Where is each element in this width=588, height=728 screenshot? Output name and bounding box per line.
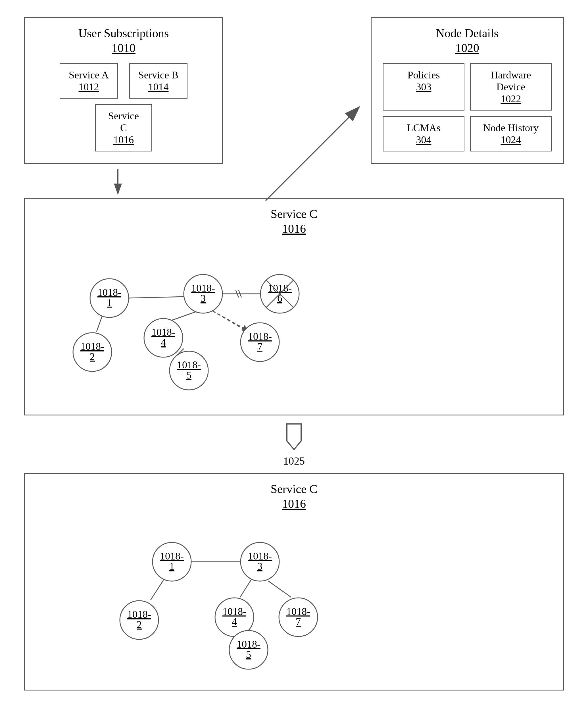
lcmas-title: LCMAs [390, 122, 457, 134]
user-subscriptions-title: User Subscriptions [36, 26, 211, 40]
svg-text:1: 1 [169, 561, 174, 572]
svg-text:1018-: 1018- [268, 283, 292, 294]
middle-graph-svg: 1018- 1 1018- 2 1018- 3 1018- 4 [52, 241, 536, 400]
lcmas-id: 304 [390, 134, 457, 146]
svg-text:1018-: 1018- [223, 606, 246, 617]
service-a-id: 1012 [69, 81, 109, 93]
svg-line-41 [150, 580, 163, 600]
bottom-graph-svg: 1018- 1 1018- 2 1018- 3 1018- 4 1018- 5 [95, 516, 493, 675]
user-subscriptions-box: User Subscriptions 1010 Service A 1012 S… [24, 17, 223, 164]
service-c-top-title: Service C [104, 110, 143, 134]
svg-text:1018-: 1018- [237, 639, 260, 650]
svg-text:3: 3 [201, 293, 206, 304]
bottom-graph-title: Service C [36, 482, 552, 496]
svg-line-12 [212, 311, 250, 332]
svg-text:2: 2 [90, 351, 95, 362]
service-c-top-box: Service C 1016 [95, 104, 152, 151]
top-to-middle-arrow [24, 169, 564, 195]
svg-text:1018-: 1018- [160, 550, 184, 562]
svg-text:1018-: 1018- [191, 283, 215, 294]
top-section: User Subscriptions 1010 Service A 1012 S… [24, 17, 564, 164]
svg-text:1018-: 1018- [98, 287, 121, 298]
svg-text:1018-: 1018- [286, 606, 310, 617]
bottom-graph-section: Service C 1016 1018- 1 [24, 473, 564, 690]
svg-text:7: 7 [257, 341, 262, 352]
svg-line-4 [172, 312, 196, 320]
svg-text:4: 4 [232, 616, 237, 627]
policies-id: 303 [390, 81, 457, 93]
svg-text:1018-: 1018- [127, 609, 151, 620]
history-box: Node History 1024 [470, 116, 552, 151]
services-row: Service A 1012 Service B 1014 [36, 63, 211, 99]
history-title: Node History [478, 122, 544, 134]
hardware-id: 1022 [478, 93, 544, 105]
svg-text:1018-: 1018- [248, 331, 272, 342]
svg-text:5: 5 [186, 369, 191, 381]
node-details-box: Node Details 1020 Policies 303 Hardware … [371, 17, 564, 164]
svg-text:1018-: 1018- [151, 327, 175, 338]
svg-text:1018-: 1018- [80, 341, 104, 352]
service-c-top-id: 1016 [104, 134, 143, 146]
svg-text:3: 3 [257, 561, 262, 572]
lcmas-box: LCMAs 304 [383, 116, 464, 151]
service-a-title: Service A [69, 69, 109, 81]
node-details-title: Node Details [383, 26, 552, 40]
policies-title: Policies [390, 69, 457, 81]
history-id: 1024 [478, 134, 544, 146]
service-b-title: Service B [138, 69, 178, 81]
svg-text:7: 7 [296, 616, 301, 627]
hardware-title: Hardware Device [478, 69, 544, 93]
service-b-box: Service B 1014 [129, 63, 188, 99]
user-subscriptions-id: 1010 [36, 41, 211, 55]
between-arrows: 1025 [24, 421, 564, 467]
node-details-grid: Policies 303 Hardware Device 1022 LCMAs … [383, 63, 552, 151]
middle-graph-title: Service C [36, 207, 552, 221]
node-details-id: 1020 [383, 41, 552, 55]
relative-wrapper: Service C 1016 [24, 198, 564, 415]
svg-marker-39 [287, 424, 301, 450]
hardware-box: Hardware Device 1022 [470, 63, 552, 110]
bottom-graph-box: Service C 1016 1018- 1 [24, 473, 564, 690]
page: User Subscriptions 1010 Service A 1012 S… [24, 17, 564, 690]
middle-graph-box: Service C 1016 [24, 198, 564, 415]
svg-text:1018-: 1018- [248, 550, 272, 562]
svg-line-2 [128, 297, 185, 298]
arrow-label: 1025 [283, 455, 305, 467]
svg-text:1: 1 [107, 297, 112, 308]
svg-line-3 [97, 316, 102, 332]
service-b-id: 1014 [138, 81, 178, 93]
between-arrow-svg [282, 421, 306, 452]
policies-box: Policies 303 [383, 63, 464, 110]
service-a-box: Service A 1012 [60, 63, 118, 99]
middle-graph-id: 1016 [36, 222, 552, 235]
down-arrow-svg [109, 169, 126, 195]
svg-text:4: 4 [161, 337, 166, 348]
svg-line-42 [240, 580, 251, 597]
svg-line-43 [269, 581, 291, 597]
svg-text:5: 5 [246, 649, 251, 660]
bottom-graph-id: 1016 [36, 497, 552, 511]
svg-text:2: 2 [136, 619, 142, 630]
svg-text:1018-: 1018- [177, 359, 201, 371]
middle-graph-section: Service C 1016 [24, 198, 564, 415]
